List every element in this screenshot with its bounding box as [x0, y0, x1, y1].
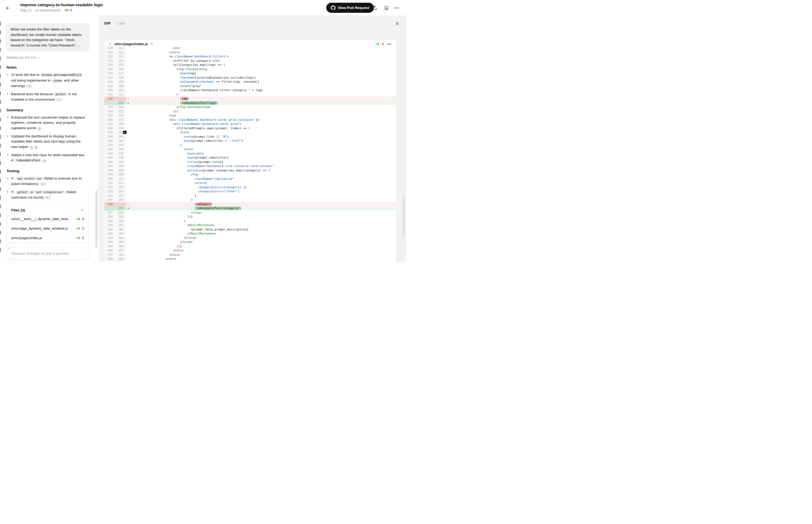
diff-marker	[126, 160, 130, 164]
diff-line[interactable]: 251252 color={	[105, 181, 396, 185]
notifications-bell-icon[interactable]	[384, 5, 389, 11]
diff-line[interactable]: 225226 <Tag.CheckableTag	[105, 67, 396, 71]
diff-line[interactable]: 269270 ),	[105, 261, 396, 262]
terminal-output-badge[interactable]: >_	[44, 196, 51, 199]
diff-line[interactable]: 220221 </p>	[105, 46, 396, 50]
worked-duration-toggle[interactable]: Worked for 6m 13s ›	[6, 55, 99, 60]
diff-line[interactable]: 221222 </div>	[105, 50, 396, 55]
terminal-output-badge[interactable]: >_	[26, 84, 33, 88]
diff-line[interactable]: 234235 ))}	[105, 109, 396, 114]
diff-line[interactable]: 230231 className={"dashboard-filter-cate…	[105, 88, 396, 93]
files-panel-header[interactable]: Files (3)	[7, 205, 89, 214]
code-reference-badge[interactable]: {}	[43, 159, 47, 163]
file-list-item[interactable]: ui/src/__tests__/_dynamic_data_rend...+4…	[7, 214, 89, 224]
code-token: color="gray"	[180, 84, 202, 88]
diff-line[interactable]: 264265 </Link>	[105, 240, 396, 244]
diff-line[interactable]: 224225 {allCategories.map((tag) => (	[105, 63, 396, 67]
diff-line[interactable]: 244245 hoverable	[105, 151, 396, 156]
diff-line[interactable]: 229230 color="gray"	[105, 84, 396, 88]
old-line-number: 267	[105, 253, 115, 257]
diff-line[interactable]: 237238 <div className="dashboard-cards-g…	[105, 122, 396, 126]
old-line-number: 262	[105, 231, 115, 236]
diff-line[interactable]: 246247 title={prompt.title}	[105, 160, 396, 164]
diff-line[interactable]: 257258 </Tag>	[105, 211, 396, 215]
diff-line[interactable]: 228229 onChange={(checked) => filter(tag…	[105, 80, 396, 84]
terminal-output-badge[interactable]: >_	[39, 182, 46, 186]
diff-line[interactable]: 239240+ <Link	[105, 130, 396, 135]
diff-line[interactable]: 267268 </div>	[105, 253, 396, 257]
bullet-text: Added a new test case for dash-separated…	[11, 152, 86, 163]
diff-marker	[126, 177, 130, 181]
share-icon[interactable]	[372, 5, 378, 11]
diff-line[interactable]: 222223 <p className="dashboard-filters">	[105, 54, 396, 59]
copy-path-icon[interactable]	[150, 43, 153, 46]
diff-line[interactable]: 248249 actions={prompt.categories.map((c…	[105, 168, 396, 173]
diff-file-name[interactable]: ui/src/pages/index.js	[114, 42, 148, 46]
diff-line[interactable]: 249250 <Tag	[105, 173, 396, 177]
sidebar-scrollbar-thumb[interactable]	[95, 191, 97, 248]
diff-line[interactable]: 243244 <Card	[105, 147, 396, 151]
file-list-item[interactable]: ui/src/pages/index.js+3-2	[7, 233, 89, 243]
diff-line[interactable]: 260261 <ReactMarkdown>	[105, 223, 396, 227]
diff-line[interactable]: 223224 <b>Filter by category:</b>	[105, 59, 396, 63]
more-options-button[interactable]: •••	[394, 6, 399, 10]
code-reference-badge[interactable]: {}	[37, 127, 42, 131]
diff-line[interactable]: 245246 key={prompt.identifier}	[105, 155, 396, 160]
diff-line[interactable]: 266267 </div>	[105, 248, 396, 253]
diff-line[interactable]: 236237 <div className={`dashboard-cards-…	[105, 118, 396, 122]
diff-line[interactable]: 256- {category}	[105, 202, 396, 207]
diff-line[interactable]: 257+ {toReadableText(category)}	[105, 206, 396, 211]
diff-line[interactable]: 240241 href={prompt.link || "#"}	[105, 135, 396, 139]
close-icon[interactable]	[395, 21, 399, 26]
diff-line[interactable]: 242243 >	[105, 143, 396, 147]
diff-line[interactable]: 258259 ))}	[105, 215, 396, 219]
code-text: <b>Filter by category:</b>	[130, 59, 396, 63]
diff-line[interactable]: 232- {tag}	[105, 97, 396, 101]
diff-line[interactable]: 233+ {toReadableText(tag)}	[105, 101, 396, 105]
diff-line[interactable]: 252253 categoryColors[category] ||	[105, 185, 396, 190]
old-line-number: 227	[105, 76, 115, 80]
new-line-number: 234	[115, 105, 126, 109]
diff-line[interactable]: 226227 key={tag}	[105, 71, 396, 76]
diff-line[interactable]: 263264 </Card>	[105, 236, 396, 240]
tab-diff[interactable]: Diff	[104, 21, 111, 25]
code-token: actions	[187, 169, 200, 172]
file-list-item[interactable]: ui/src/app/_dynamic_data_renderer.js+2-1	[7, 224, 89, 233]
code-token: }	[194, 194, 196, 197]
section-items: •Enhanced the text conversion helper to …	[0, 115, 99, 163]
diff-line[interactable]: 227228 checked={selectedCategories.inclu…	[105, 76, 396, 80]
diff-line[interactable]: 231232 >	[105, 93, 396, 97]
code-token: Tag.CheckableTag	[178, 67, 207, 71]
diff-line[interactable]: 265266 ))}	[105, 244, 396, 249]
collapse-chevron-icon[interactable]	[108, 43, 112, 46]
diff-line[interactable]: 238239 {filteredPrompts.map((prompt, ind…	[105, 126, 396, 131]
tab-logs[interactable]: Logs	[117, 21, 125, 25]
diff-line[interactable]: 255256 >	[105, 198, 396, 202]
diff-line[interactable]: 233234 </Tag.CheckableTag>	[105, 105, 396, 109]
code-text: color="gray"	[130, 84, 396, 88]
diff-line[interactable]: 262263 </ReactMarkdown>	[105, 231, 396, 236]
diff-line[interactable]: 247248 className="dashboard-tile scenari…	[105, 164, 396, 168]
terminal-output-badge[interactable]: >_	[56, 98, 63, 101]
diff-line[interactable]: 253254 categoryColors["other"]	[105, 190, 396, 194]
code-token: >	[191, 198, 193, 201]
code-reference-badge[interactable]: {}	[29, 146, 33, 150]
diff-marker	[126, 84, 130, 88]
code-text: </p>	[130, 46, 396, 50]
diff-line[interactable]: 261262 {prompt.help_prompt_description}	[105, 227, 396, 232]
main-scrollbar-thumb[interactable]	[402, 196, 405, 236]
diff-line[interactable]: 235236 </p>	[105, 113, 396, 118]
comment-input[interactable]	[6, 247, 90, 259]
old-line-number: 236	[105, 118, 115, 122]
code-token: {	[194, 207, 196, 210]
back-button[interactable]	[4, 4, 12, 12]
diff-line[interactable]: 241242 key={prompt.identifier + "-href"}	[105, 139, 396, 143]
diff-line[interactable]: 250251 className="capitalize"	[105, 177, 396, 181]
diff-line[interactable]: 268269 </div>	[105, 257, 396, 261]
file-more-options-button[interactable]: •••	[387, 42, 392, 46]
view-pull-request-button[interactable]: View Pull Request	[326, 3, 374, 13]
add-comment-button[interactable]: +	[123, 131, 127, 134]
code-reference-badge[interactable]: {}	[34, 146, 38, 150]
diff-line[interactable]: 259260 >	[105, 219, 396, 223]
diff-line[interactable]: 254255 }	[105, 194, 396, 198]
